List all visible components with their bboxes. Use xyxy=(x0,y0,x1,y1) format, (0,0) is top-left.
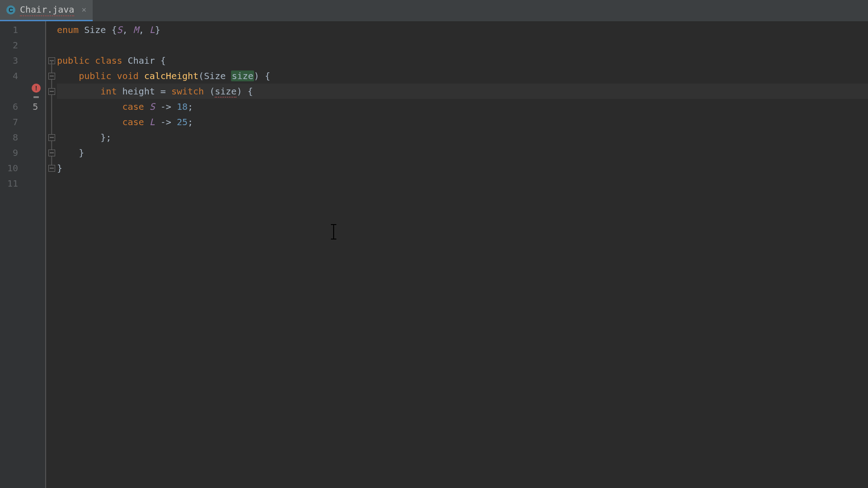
keyword-switch: switch xyxy=(171,86,204,97)
keyword-case: case xyxy=(123,101,144,112)
fold-line xyxy=(51,61,52,68)
enum-value: S xyxy=(117,24,122,35)
var-name: height xyxy=(123,86,155,97)
line-number[interactable]: 2 xyxy=(0,38,45,53)
code-line[interactable] xyxy=(57,38,868,53)
fold-cell xyxy=(46,68,57,84)
class-file-icon: C xyxy=(6,5,15,14)
keyword-case: case xyxy=(123,117,144,127)
keyword-public: public xyxy=(57,55,90,66)
code-line[interactable]: case L -> 25; xyxy=(57,114,868,130)
paren: ( xyxy=(209,86,215,97)
paren: ) xyxy=(254,70,259,81)
line-number[interactable]: 5 ! xyxy=(0,84,45,99)
line-number[interactable]: 3 xyxy=(0,53,45,68)
code-line[interactable]: case S -> 18; xyxy=(57,99,868,114)
line-number[interactable]: 11 xyxy=(0,176,45,191)
tab-filename: Chair.java xyxy=(20,4,74,16)
line-number[interactable]: 4 xyxy=(0,68,45,84)
code-line[interactable]: int height = switch (size) { xyxy=(57,84,868,99)
fold-gutter xyxy=(45,21,57,488)
code-line[interactable]: } xyxy=(57,145,868,160)
fold-toggle-icon[interactable] xyxy=(48,150,55,156)
brace: } xyxy=(79,147,84,158)
code-line[interactable]: public void calcHeight(Size size) { xyxy=(57,68,868,84)
enum-value: L xyxy=(150,117,155,127)
fold-toggle-icon[interactable] xyxy=(48,73,55,80)
keyword-enum: enum xyxy=(57,24,79,35)
brace: } xyxy=(57,163,62,174)
brace: { xyxy=(265,70,270,81)
number-literal: 18 xyxy=(177,101,188,112)
line-number[interactable]: 8 xyxy=(0,130,45,145)
line-number[interactable]: 7 xyxy=(0,114,45,130)
tab-bar: C Chair.java × xyxy=(0,0,868,21)
line-number[interactable]: 6 xyxy=(0,99,45,114)
arrow: -> xyxy=(160,101,171,112)
paren: ) xyxy=(236,86,242,97)
semicolon: ; xyxy=(188,117,193,127)
fold-cell xyxy=(46,145,57,160)
code-line[interactable]: public class Chair { xyxy=(57,53,868,68)
code-area[interactable]: enum Size {S, M, L} public class Chair {… xyxy=(57,21,868,488)
brace: { xyxy=(111,24,117,35)
fold-cell xyxy=(46,114,57,130)
keyword-public: public xyxy=(79,70,111,81)
fold-cell xyxy=(46,84,57,99)
number-literal: 25 xyxy=(177,117,188,127)
line-number-gutter: 1 2 3 4 5 ! 6 7 8 9 10 11 xyxy=(0,21,45,488)
fold-cell xyxy=(46,22,57,38)
fold-cell xyxy=(46,53,57,68)
error-icon: ! xyxy=(32,84,41,93)
keyword-class: class xyxy=(95,55,122,66)
keyword-int: int xyxy=(100,86,117,97)
fold-toggle-icon[interactable] xyxy=(48,88,55,95)
code-line[interactable]: }; xyxy=(57,130,868,145)
fold-line xyxy=(51,99,52,114)
comma: , xyxy=(123,24,128,35)
editor: 1 2 3 4 5 ! 6 7 8 9 10 11 xyxy=(0,21,868,488)
brace: } xyxy=(155,24,160,35)
enum-value: M xyxy=(133,24,139,35)
equals: = xyxy=(160,86,166,97)
line-number[interactable]: 1 xyxy=(0,22,45,38)
bulb-base-icon xyxy=(33,96,39,98)
switch-var: size xyxy=(215,86,236,98)
text-caret-icon xyxy=(333,224,334,239)
keyword-void: void xyxy=(117,70,138,81)
intention-bulb-icon[interactable]: ! xyxy=(32,86,42,96)
code-line[interactable]: enum Size {S, M, L} xyxy=(57,22,868,38)
fold-cell xyxy=(46,176,57,191)
method-name: calcHeight xyxy=(144,70,198,81)
param-name: size xyxy=(231,70,254,81)
enum-name: Size xyxy=(84,24,106,35)
close-icon[interactable]: × xyxy=(81,5,86,15)
comma: , xyxy=(139,24,144,35)
semicolon: ; xyxy=(188,101,193,112)
fold-cell xyxy=(46,160,57,176)
tab-chair-java[interactable]: C Chair.java × xyxy=(0,0,93,21)
brace: { xyxy=(248,86,253,97)
enum-value: S xyxy=(150,101,155,112)
param-type: Size xyxy=(204,70,226,81)
line-number[interactable]: 9 xyxy=(0,145,45,160)
brace: }; xyxy=(100,132,111,143)
arrow: -> xyxy=(160,117,171,127)
code-line[interactable]: } xyxy=(57,160,868,176)
code-line[interactable] xyxy=(57,176,868,191)
class-name: Chair xyxy=(128,55,155,66)
fold-toggle-icon[interactable] xyxy=(48,134,55,141)
enum-value: L xyxy=(150,24,155,35)
fold-cell xyxy=(46,130,57,145)
fold-cell xyxy=(46,38,57,53)
fold-line xyxy=(51,114,52,130)
fold-toggle-icon[interactable] xyxy=(48,165,55,172)
line-number[interactable]: 10 xyxy=(0,160,45,176)
paren: ( xyxy=(198,70,204,81)
brace: { xyxy=(160,55,166,66)
fold-cell xyxy=(46,99,57,114)
